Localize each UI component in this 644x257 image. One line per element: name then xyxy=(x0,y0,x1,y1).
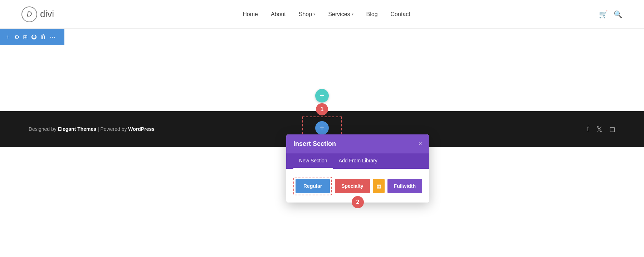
nav-item-blog[interactable]: Blog xyxy=(366,11,378,18)
green-plus-icon: + xyxy=(320,91,325,100)
site-logo[interactable]: D divi xyxy=(21,6,54,22)
section-toolbar: ＋ ⚙ ⊞ ⏻ 🗑 ⋯ xyxy=(0,29,64,45)
toolbar-layout-icon[interactable]: ⊞ xyxy=(23,34,28,41)
step-badge-1: 1 xyxy=(316,103,328,115)
cart-icon[interactable]: 🛒 xyxy=(599,10,608,19)
nav-item-shop[interactable]: Shop ▾ xyxy=(299,11,315,18)
specialty-button[interactable]: Specialty xyxy=(335,179,370,193)
social-icons: f 𝕏 ◻ xyxy=(587,125,615,133)
tab-new-section[interactable]: New Section xyxy=(293,153,333,169)
navbar: D divi Home About Shop ▾ Services ▾ Blog… xyxy=(0,0,644,29)
specialty-icon-button[interactable]: ▦ xyxy=(373,179,385,193)
fullwidth-button[interactable]: Fullwidth xyxy=(387,179,422,193)
toolbar-more-icon[interactable]: ⋯ xyxy=(50,34,55,41)
navbar-actions: 🛒 🔍 xyxy=(599,10,623,19)
modal-close-button[interactable]: × xyxy=(419,140,422,148)
facebook-icon[interactable]: f xyxy=(587,125,589,133)
logo-icon: D xyxy=(21,6,37,22)
twitter-icon[interactable]: 𝕏 xyxy=(596,125,602,133)
regular-button[interactable]: Regular xyxy=(296,179,330,193)
add-section-green-button[interactable]: + xyxy=(315,89,329,103)
add-section-blue-button[interactable]: + xyxy=(315,121,329,135)
toolbar-add-icon[interactable]: ＋ xyxy=(5,33,11,41)
instagram-icon[interactable]: ◻ xyxy=(609,125,615,133)
modal-tabs: New Section Add From Library xyxy=(286,153,429,169)
wordpress-text: WordPress xyxy=(128,126,155,132)
modal-title: Insert Section xyxy=(293,140,336,148)
services-chevron-icon: ▾ xyxy=(352,12,353,16)
toolbar-settings-icon[interactable]: ⚙ xyxy=(14,34,19,41)
modal-header: Insert Section × xyxy=(286,134,429,153)
nav-item-home[interactable]: Home xyxy=(243,11,258,18)
regular-btn-wrapper: Regular xyxy=(293,177,332,195)
content-area: Designed by Elegant Themes | Powered by … xyxy=(0,29,644,257)
nav-item-services[interactable]: Services ▾ xyxy=(328,11,353,18)
nav-item-contact[interactable]: Contact xyxy=(391,11,410,18)
logo-text: divi xyxy=(40,9,54,20)
search-icon[interactable]: 🔍 xyxy=(614,10,623,19)
toolbar-trash-icon[interactable]: 🗑 xyxy=(40,34,46,40)
shop-chevron-icon: ▾ xyxy=(313,12,315,16)
footer-credit: Designed by Elegant Themes | Powered by … xyxy=(29,126,155,132)
step-badge-2: 2 xyxy=(352,196,364,208)
blue-plus-icon: + xyxy=(320,123,325,133)
insert-section-modal: Insert Section × New Section Add From Li… xyxy=(286,134,429,203)
nav-item-about[interactable]: About xyxy=(271,11,286,18)
tab-add-from-library[interactable]: Add From Library xyxy=(333,153,383,169)
nav-menu: Home About Shop ▾ Services ▾ Blog Contac… xyxy=(243,11,410,18)
toolbar-power-icon[interactable]: ⏻ xyxy=(31,34,37,40)
elegant-themes-text: Elegant Themes xyxy=(58,126,96,132)
